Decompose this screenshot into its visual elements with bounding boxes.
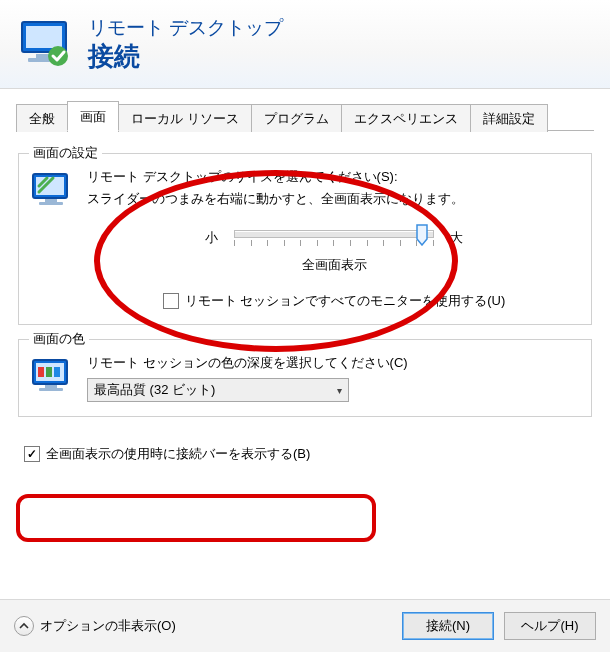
slider-max-label: 大: [450, 229, 463, 247]
svg-rect-12: [39, 388, 63, 391]
slider-thumb[interactable]: [416, 224, 428, 246]
multimon-checkbox[interactable]: [163, 293, 179, 309]
help-button[interactable]: ヘルプ(H): [504, 612, 596, 640]
color-depth-value: 最高品質 (32 ビット): [94, 381, 215, 399]
resolution-slider[interactable]: 小 大: [87, 226, 581, 250]
slider-rail: [234, 230, 434, 238]
options-toggle-label: オプションの非表示(O): [40, 617, 176, 635]
rdc-dialog: リモート デスクトップ 接続 全般 画面 ローカル リソース プログラム エクス…: [0, 0, 610, 652]
tab-general-label: 全般: [29, 111, 55, 126]
tab-display-label: 画面: [80, 109, 106, 124]
tab-local-res[interactable]: ローカル リソース: [118, 104, 252, 132]
monitor-size-icon: [31, 170, 73, 212]
display-desc2: スライダーのつまみを右端に動かすと、全画面表示になります。: [87, 190, 581, 208]
svg-rect-13: [38, 367, 44, 377]
tab-local-res-label: ローカル リソース: [131, 111, 239, 126]
slider-track[interactable]: [234, 226, 434, 250]
color-depth-select[interactable]: 最高品質 (32 ビット) ▾: [87, 378, 349, 402]
chevron-down-icon: ▾: [337, 385, 342, 396]
connect-button-label: 接続(N): [426, 617, 470, 635]
collapse-icon: [14, 616, 34, 636]
group-display-title: 画面の設定: [29, 144, 102, 162]
tab-advanced[interactable]: 詳細設定: [470, 104, 548, 132]
slider-value-label: 全画面表示: [87, 256, 581, 274]
connbar-checkbox[interactable]: [24, 446, 40, 462]
tab-advanced-label: 詳細設定: [483, 111, 535, 126]
multimon-label: リモート セッションですべてのモニターを使用する(U): [185, 292, 506, 310]
tab-programs[interactable]: プログラム: [251, 104, 342, 132]
dialog-title: リモート デスクトップ 接続: [88, 16, 283, 72]
multimon-row: リモート セッションですべてのモニターを使用する(U): [87, 292, 581, 310]
connbar-row: 全画面表示の使用時に接続バーを表示する(B): [18, 445, 592, 463]
svg-rect-14: [46, 367, 52, 377]
group-display-settings: 画面の設定 リモート デスクトップのサイズを選んでください(S): スライダーの…: [18, 153, 592, 325]
rdc-icon: [18, 16, 74, 72]
tab-experience[interactable]: エクスペリエンス: [341, 104, 471, 132]
tab-display[interactable]: 画面: [67, 101, 119, 131]
title-line2: 接続: [88, 40, 283, 73]
tab-body: 画面の設定 リモート デスクトップのサイズを選んでください(S): スライダーの…: [0, 131, 610, 463]
connect-button[interactable]: 接続(N): [402, 612, 494, 640]
help-button-label: ヘルプ(H): [521, 617, 578, 635]
dialog-footer: オプションの非表示(O) 接続(N) ヘルプ(H): [0, 599, 610, 652]
tab-general[interactable]: 全般: [16, 104, 68, 132]
title-line1: リモート デスクトップ: [88, 16, 283, 40]
svg-rect-7: [45, 199, 57, 202]
dialog-header: リモート デスクトップ 接続: [0, 0, 610, 89]
monitor-color-icon: [31, 356, 73, 398]
tab-programs-label: プログラム: [264, 111, 329, 126]
group-color-title: 画面の色: [29, 330, 89, 348]
annotation-rect: [16, 494, 376, 542]
color-desc: リモート セッションの色の深度を選択してください(C): [87, 354, 581, 372]
svg-rect-8: [39, 202, 63, 205]
slider-min-label: 小: [205, 229, 218, 247]
svg-point-4: [48, 46, 68, 66]
display-desc1: リモート デスクトップのサイズを選んでください(S):: [87, 168, 581, 186]
tab-experience-label: エクスペリエンス: [354, 111, 458, 126]
svg-rect-15: [54, 367, 60, 377]
options-toggle[interactable]: オプションの非表示(O): [14, 616, 176, 636]
connbar-label: 全画面表示の使用時に接続バーを表示する(B): [46, 445, 310, 463]
svg-rect-1: [26, 26, 62, 48]
group-color: 画面の色 リモート セッションの色の深度を選択してください(C): [18, 339, 592, 417]
tabstrip: 全般 画面 ローカル リソース プログラム エクスペリエンス 詳細設定: [0, 89, 610, 131]
svg-rect-11: [45, 385, 57, 388]
slider-ticks: [234, 240, 434, 248]
